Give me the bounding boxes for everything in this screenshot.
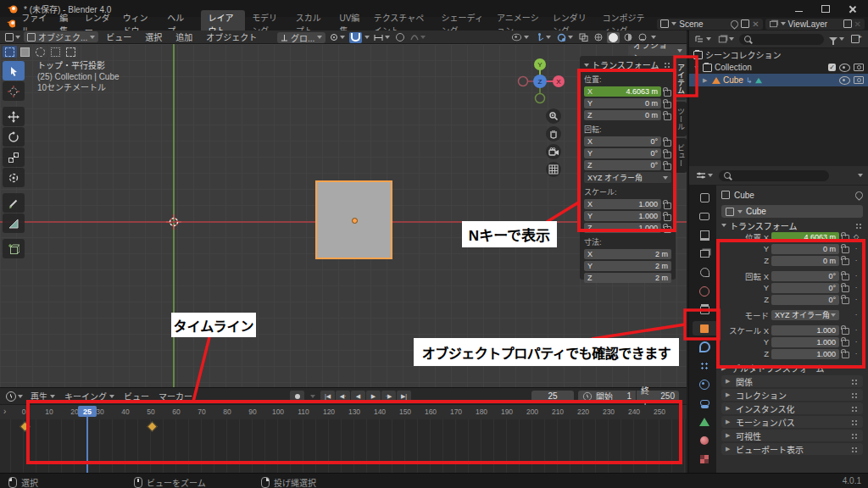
tab-view-layer[interactable]	[693, 247, 716, 261]
outliner-row-scene-collection[interactable]: シーンコレクション	[689, 48, 868, 61]
properties-search-input[interactable]	[719, 170, 829, 181]
lock-icon[interactable]	[664, 152, 671, 158]
outliner-filter-id-button[interactable]	[716, 34, 736, 45]
menu-view[interactable]: ビュー	[120, 390, 153, 402]
lock-icon[interactable]	[842, 286, 849, 292]
previous-keyframe-button[interactable]: ◀·	[336, 391, 350, 402]
next-keyframe-button[interactable]: ·▶	[381, 391, 396, 402]
delta-transform-section[interactable]: ▶ デルタトランスフォーム	[721, 363, 863, 374]
keyframe-dot-icon[interactable]: ·	[852, 326, 860, 334]
menu-keying[interactable]: キーイング	[61, 390, 118, 402]
lock-icon[interactable]	[664, 226, 671, 233]
rotation-z-field[interactable]: Z0°	[584, 160, 661, 170]
lock-icon[interactable]	[664, 140, 671, 147]
blender-menu-icon[interactable]	[5, 19, 15, 29]
n-tab-view[interactable]: ビュー	[676, 138, 687, 173]
properties-options-chevron-icon[interactable]	[858, 174, 863, 177]
lock-icon[interactable]	[842, 258, 849, 265]
select-lasso-button[interactable]	[48, 46, 63, 58]
new-scene-icon[interactable]	[741, 19, 749, 28]
maximize-button-icon[interactable]	[821, 5, 830, 13]
scale-z-field[interactable]: 1.000	[771, 349, 839, 359]
axis-minus-x-ball[interactable]	[519, 77, 528, 86]
minimize-button-icon[interactable]	[795, 11, 803, 12]
scene-selector[interactable]: Scene ✕	[657, 19, 762, 30]
tab-world[interactable]	[693, 284, 716, 298]
toggle-orthographic-button[interactable]	[546, 162, 561, 177]
select-circle-button[interactable]	[33, 46, 47, 58]
menu-select[interactable]: 選択	[139, 30, 168, 43]
show-object-types-button[interactable]	[509, 32, 531, 43]
rotation-mode-dropdown[interactable]: XYZ オイラー角	[771, 310, 839, 320]
location-y-field[interactable]: 0 m	[771, 244, 839, 254]
play-button[interactable]: ▶	[366, 391, 381, 402]
tab-collection[interactable]	[693, 302, 716, 317]
keyframe-dot-icon[interactable]: ·	[852, 311, 860, 319]
snap-toggle-button[interactable]	[349, 32, 362, 43]
play-reverse-button[interactable]: ◀	[351, 391, 365, 402]
unlink-scene-icon[interactable]: ✕	[752, 19, 759, 29]
scale-x-field[interactable]: X1.000	[584, 199, 661, 209]
tab-constraints[interactable]	[693, 396, 716, 410]
tab-object[interactable]	[693, 321, 716, 336]
cube-object[interactable]	[315, 180, 392, 259]
move-view-button[interactable]	[546, 126, 561, 141]
menu-add[interactable]: 追加	[170, 30, 198, 43]
auto-keying-options-chevron-icon[interactable]	[305, 391, 320, 402]
frame-start-field[interactable]: 開始 1	[578, 391, 636, 402]
scale-y-field[interactable]: 1.000	[771, 337, 839, 347]
lock-icon[interactable]	[842, 340, 849, 347]
shading-material-button[interactable]	[622, 32, 634, 43]
section-motion-paths[interactable]: ▶モーションパス	[721, 416, 863, 428]
proportional-editing-button[interactable]	[394, 32, 406, 43]
outliner-search-input[interactable]	[739, 34, 824, 45]
tab-physics[interactable]	[693, 377, 716, 391]
scale-y-field[interactable]: Y1.000	[584, 211, 661, 221]
location-x-field[interactable]: X4.6063 m	[584, 86, 661, 97]
tab-material[interactable]	[693, 433, 716, 447]
tab-particles[interactable]	[693, 358, 716, 373]
tab-tool[interactable]	[693, 191, 716, 205]
xray-toggle-button[interactable]	[577, 32, 590, 43]
tool-add-cube-button[interactable]	[3, 239, 25, 258]
location-z-field[interactable]: 0 m	[771, 256, 839, 266]
rotation-y-field[interactable]: 0°	[771, 283, 839, 293]
shading-options-chevron-icon[interactable]	[651, 36, 656, 39]
overlays-toggle-button[interactable]	[555, 32, 575, 43]
rotation-x-field[interactable]: X0°	[584, 136, 661, 147]
object-name-field[interactable]: Cube	[721, 205, 863, 218]
disable-render-icon[interactable]	[854, 76, 864, 84]
snap-with-button[interactable]	[372, 32, 392, 43]
close-button-icon[interactable]	[849, 5, 856, 13]
camera-view-button[interactable]	[546, 144, 561, 159]
collection-checkbox[interactable]	[828, 64, 836, 71]
axis-minus-y-ball[interactable]	[536, 94, 545, 103]
tab-output[interactable]	[693, 228, 716, 242]
keyframe-diamond-icon[interactable]: ◇	[852, 233, 860, 241]
location-x-field[interactable]: 4.6063 m	[771, 232, 839, 242]
current-frame-field[interactable]: 25	[531, 391, 574, 402]
panel-grip-icon[interactable]	[664, 62, 671, 68]
menu-playback[interactable]: 再生	[27, 390, 58, 402]
frame-end-field[interactable]: 終了 250	[637, 391, 679, 402]
zoom-view-button[interactable]	[546, 108, 561, 124]
options-button[interactable]: オプション	[629, 45, 687, 56]
new-view-layer-icon[interactable]	[843, 19, 852, 28]
select-extend-button[interactable]	[64, 46, 78, 58]
playhead-frame-badge[interactable]: 25	[78, 406, 97, 417]
snap-options-chevron-icon[interactable]	[364, 36, 370, 39]
lock-icon[interactable]	[842, 328, 849, 335]
remove-view-layer-icon[interactable]: ✕	[854, 19, 861, 29]
outliner-row-cube[interactable]: ▶ Cube ↳	[689, 74, 868, 86]
tab-scene[interactable]	[693, 265, 716, 280]
new-collection-button[interactable]: +	[849, 34, 864, 45]
shading-wireframe-button[interactable]	[593, 32, 604, 43]
keyframe-dot-icon[interactable]: ·	[852, 245, 860, 252]
shading-rendered-button[interactable]	[637, 32, 648, 43]
tool-annotate-button[interactable]	[3, 193, 25, 213]
hide-eye-icon[interactable]	[839, 76, 850, 85]
dimensions-z-field[interactable]: Z2 m	[584, 273, 671, 283]
lock-icon[interactable]	[664, 164, 671, 170]
dimensions-x-field[interactable]: X2 m	[584, 249, 671, 259]
select-tweak-button[interactable]	[3, 46, 17, 58]
